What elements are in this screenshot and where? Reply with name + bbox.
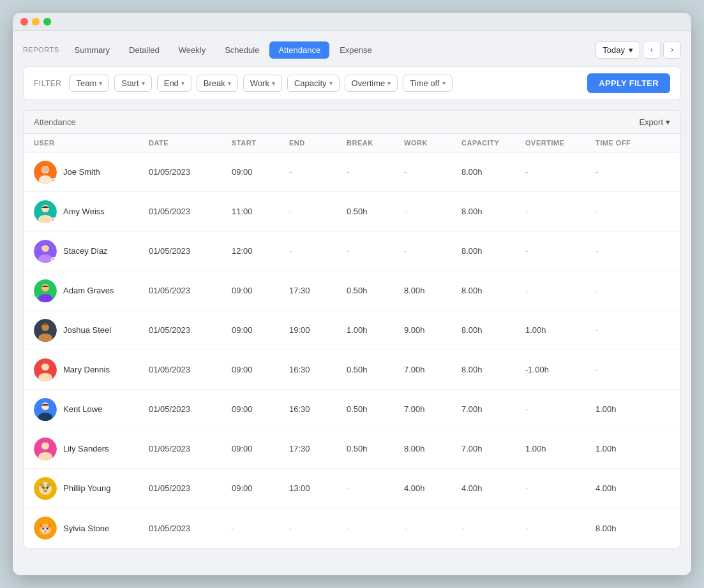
col-user: USER <box>34 139 149 147</box>
table-body: Joe Smith 01/05/2023 09:00 - - - 8.00h -… <box>24 152 680 548</box>
cell-work: - <box>404 524 461 533</box>
cell-break: 0.50h <box>347 365 404 374</box>
chevron-down-icon: ▾ <box>442 80 446 87</box>
cell-work: - <box>404 246 461 256</box>
tab-weekly[interactable]: Weekly <box>170 41 214 59</box>
next-date-button[interactable]: › <box>663 41 681 59</box>
cell-date: 01/05/2023 <box>149 404 232 414</box>
tab-summary[interactable]: Summary <box>65 41 119 59</box>
cell-capacity: 7.00h <box>461 444 525 453</box>
cell-overtime: - <box>525 286 595 295</box>
cell-work: 4.00h <box>404 483 461 493</box>
export-button[interactable]: Export ▾ <box>639 117 670 127</box>
cell-overtime: - <box>525 167 595 177</box>
svg-point-11 <box>41 284 49 291</box>
avatar <box>34 398 57 421</box>
filter-team[interactable]: Team ▾ <box>69 75 109 92</box>
tab-attendance[interactable]: Attendance <box>269 41 329 59</box>
cell-break: - <box>347 483 404 493</box>
chevron-right-icon: › <box>671 45 673 54</box>
cell-work: 7.00h <box>404 365 461 374</box>
cell-end: - <box>289 167 347 177</box>
cell-end: - <box>289 524 347 533</box>
table-row: Kent Lowe 01/05/2023 09:00 16:30 0.50h 7… <box>24 390 680 429</box>
filter-capacity[interactable]: Capacity ▾ <box>287 75 340 92</box>
cell-start: 09:00 <box>232 365 289 374</box>
avatar <box>34 161 57 184</box>
date-nav: Today ▾ ‹ › <box>595 41 681 59</box>
cell-overtime: - <box>525 483 595 493</box>
cell-start: 09:00 <box>232 167 289 177</box>
table-row: Lily Sanders 01/05/2023 09:00 17:30 0.50… <box>24 429 680 469</box>
avatar <box>34 477 57 500</box>
cell-overtime: - <box>525 404 595 414</box>
tab-schedule[interactable]: Schedule <box>216 41 268 59</box>
user-name: Kent Lowe <box>63 404 102 414</box>
avatar <box>34 200 57 223</box>
table-row: Stacey Diaz 01/05/2023 12:00 - - - 8.00h… <box>24 232 680 271</box>
table-row: Phillip Young 01/05/2023 09:00 13:00 - 4… <box>24 469 680 508</box>
tab-detailed[interactable]: Detailed <box>120 41 169 59</box>
tab-expense[interactable]: Expense <box>331 41 381 59</box>
minimize-button[interactable] <box>32 18 40 26</box>
cell-work: - <box>404 167 461 177</box>
date-selector-label: Today <box>603 45 625 55</box>
filter-timeoff[interactable]: Time off ▾ <box>403 75 452 92</box>
filter-overtime[interactable]: Overtime ▾ <box>345 75 398 92</box>
user-name: Sylvia Stone <box>63 524 109 533</box>
cell-overtime: -1.00h <box>525 365 595 374</box>
chevron-down-icon: ▾ <box>329 80 333 87</box>
chevron-down-icon: ▾ <box>142 80 145 87</box>
user-cell: Joe Smith <box>34 161 149 184</box>
cell-overtime: - <box>525 207 595 216</box>
date-selector[interactable]: Today ▾ <box>595 41 640 59</box>
cell-end: 13:00 <box>289 483 347 493</box>
avatar <box>34 279 57 302</box>
apply-filter-button[interactable]: APPLY FILTER <box>587 73 670 93</box>
cell-date: 01/05/2023 <box>149 246 232 256</box>
chevron-down-icon: ▾ <box>228 80 231 87</box>
col-overtime: OVERTIME <box>525 139 595 147</box>
user-cell: Sylvia Stone <box>34 517 149 540</box>
filter-break[interactable]: Break ▾ <box>197 75 238 92</box>
cell-end: - <box>289 207 347 216</box>
col-work: WORK <box>404 139 461 147</box>
cell-capacity: 8.00h <box>461 246 525 256</box>
user-name: Joshua Steel <box>63 325 111 335</box>
svg-point-3 <box>42 166 49 173</box>
cell-capacity: 8.00h <box>461 325 525 335</box>
nav-tabs: REPORTS Summary Detailed Weekly Schedule… <box>23 41 381 59</box>
avatar <box>34 240 57 263</box>
cell-timeoff: 4.00h <box>595 483 659 493</box>
cell-start: 09:00 <box>232 325 289 335</box>
cell-work: 8.00h <box>404 286 461 295</box>
cell-start: 12:00 <box>232 246 289 256</box>
cell-work: 9.00h <box>404 325 461 335</box>
cell-start: - <box>232 524 289 533</box>
chevron-down-icon: ▾ <box>272 80 275 87</box>
user-cell: Lily Sanders <box>34 437 149 460</box>
cell-break: 0.50h <box>347 444 404 453</box>
attendance-table: Attendance Export ▾ USER DATE START END … <box>23 110 681 548</box>
filter-start[interactable]: Start ▾ <box>114 75 151 92</box>
close-button[interactable] <box>20 18 28 26</box>
svg-point-30 <box>43 490 47 492</box>
cell-capacity: 8.00h <box>461 167 525 177</box>
filter-end[interactable]: End ▾ <box>157 75 191 92</box>
filter-label: FILTER <box>34 79 61 88</box>
prev-date-button[interactable]: ‹ <box>643 41 661 59</box>
cell-date: 01/05/2023 <box>149 524 232 533</box>
cell-date: 01/05/2023 <box>149 444 232 453</box>
user-name: Amy Weiss <box>63 207 105 216</box>
svg-point-38 <box>43 528 45 530</box>
app-window: REPORTS Summary Detailed Weekly Schedule… <box>13 13 691 575</box>
cell-date: 01/05/2023 <box>149 483 232 493</box>
cell-date: 01/05/2023 <box>149 365 232 374</box>
filter-work[interactable]: Work ▾ <box>243 75 282 92</box>
svg-point-39 <box>47 528 49 530</box>
user-cell: Mary Dennis <box>34 358 149 381</box>
maximize-button[interactable] <box>43 18 51 26</box>
cell-work: 7.00h <box>404 404 461 414</box>
user-name: Mary Dennis <box>63 365 110 374</box>
chevron-left-icon: ‹ <box>650 45 653 54</box>
